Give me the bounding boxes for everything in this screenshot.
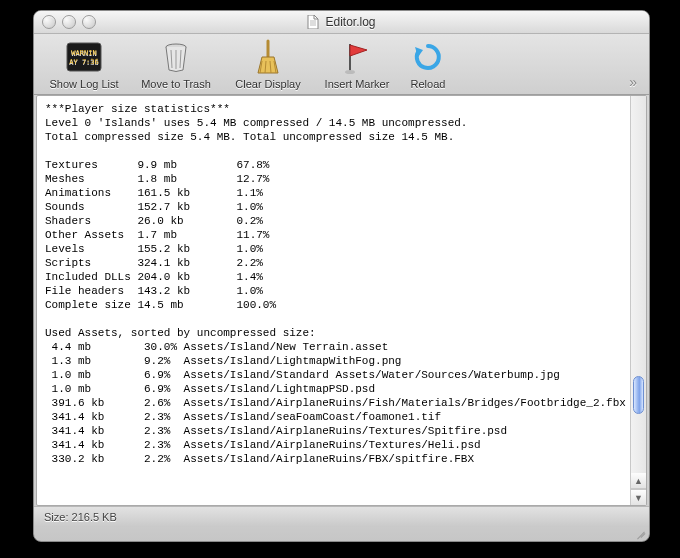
move-to-trash-button[interactable]: Move to Trash <box>134 38 218 90</box>
svg-text:AY 7:36: AY 7:36 <box>69 58 99 66</box>
reload-button[interactable]: Reload <box>404 38 452 90</box>
window: Editor.log WARNIN AY 7:36 Show Log List <box>33 10 650 542</box>
toolbar-label: Move to Trash <box>141 78 211 90</box>
toolbar-label: Reload <box>411 78 446 90</box>
titlebar: Editor.log <box>34 11 649 34</box>
scrollbar-thumb[interactable] <box>633 376 644 414</box>
zoom-button[interactable] <box>82 15 96 29</box>
status-size-label: Size: <box>44 511 68 523</box>
svg-point-15 <box>345 70 355 74</box>
svg-rect-3 <box>67 43 101 71</box>
scroll-up-button[interactable]: ▲ <box>631 473 646 489</box>
toolbar-overflow-icon[interactable]: » <box>629 74 641 90</box>
scrollbar-track[interactable] <box>631 96 646 473</box>
close-button[interactable] <box>42 15 56 29</box>
toolbar-label: Insert Marker <box>325 78 390 90</box>
window-title-text: Editor.log <box>325 15 375 29</box>
document-icon <box>307 15 319 29</box>
traffic-lights <box>42 15 96 29</box>
status-size-value: 216.5 KB <box>72 511 117 523</box>
resize-grip[interactable] <box>634 526 646 538</box>
log-text: ***Player size statistics*** Level 0 'Is… <box>37 96 646 472</box>
reload-icon <box>408 38 448 76</box>
warning-display-icon: WARNIN AY 7:36 <box>64 38 104 76</box>
vertical-scrollbar[interactable]: ▲ ▼ <box>630 96 646 505</box>
scroll-down-button[interactable]: ▼ <box>631 489 646 505</box>
toolbar-label: Clear Display <box>235 78 300 90</box>
insert-marker-button[interactable]: Insert Marker <box>318 38 396 90</box>
broom-icon <box>248 38 288 76</box>
status-bar: Size: 216.5 KB <box>34 506 649 527</box>
trash-icon <box>156 38 196 76</box>
toolbar: WARNIN AY 7:36 Show Log List Move to Tra… <box>34 34 649 95</box>
clear-display-button[interactable]: Clear Display <box>226 38 310 90</box>
flag-icon <box>337 38 377 76</box>
minimize-button[interactable] <box>62 15 76 29</box>
show-log-list-button[interactable]: WARNIN AY 7:36 Show Log List <box>42 38 126 90</box>
log-view[interactable]: ***Player size statistics*** Level 0 'Is… <box>36 95 647 506</box>
window-title: Editor.log <box>34 15 649 29</box>
svg-text:WARNIN: WARNIN <box>71 49 96 57</box>
toolbar-label: Show Log List <box>49 78 118 90</box>
